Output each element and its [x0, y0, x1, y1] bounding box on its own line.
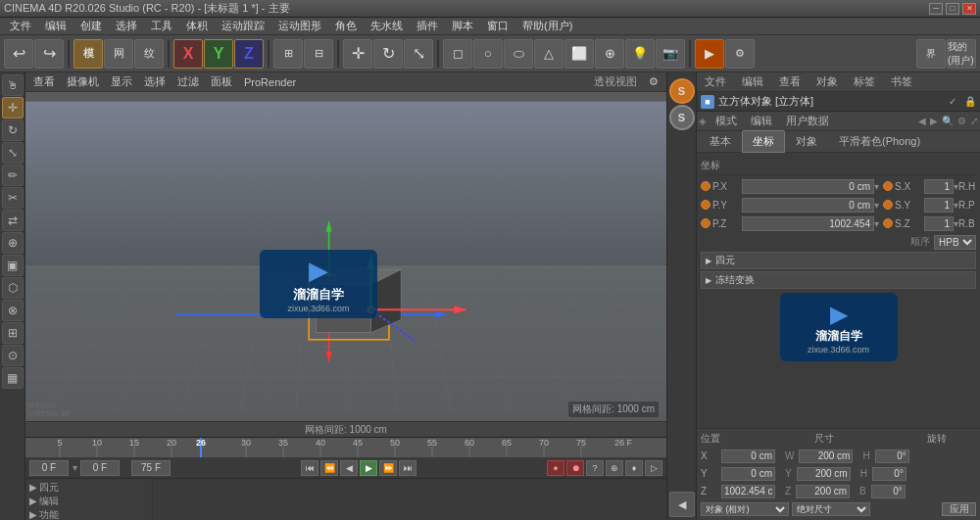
step-forward-button[interactable]: ⏩	[379, 460, 397, 476]
coord-type-select[interactable]: 绝对尺寸	[792, 502, 870, 516]
axis-tool[interactable]: ⊙	[2, 345, 24, 366]
maximize-button[interactable]: □	[946, 3, 959, 15]
render-button[interactable]: ▶	[695, 39, 724, 69]
step-back-button[interactable]: ⏪	[320, 460, 338, 476]
rt-s-button1[interactable]: S	[669, 78, 695, 104]
knife-tool[interactable]: ✂	[2, 187, 24, 209]
record-button[interactable]: ●	[547, 460, 564, 476]
tab-coord[interactable]: 坐标	[742, 130, 785, 153]
render-settings-button[interactable]: ⚙	[725, 39, 755, 69]
auto-key-button[interactable]: ⏺	[566, 460, 584, 476]
menu-volume[interactable]: 体积	[180, 18, 214, 34]
cylinder-button[interactable]: ⬭	[504, 39, 533, 69]
props-gear[interactable]: ⚙	[957, 116, 966, 126]
vp-filter-btn[interactable]: 过滤	[173, 74, 203, 89]
menu-edit[interactable]: 编辑	[39, 18, 73, 34]
vp-settings-btn[interactable]: ⚙	[645, 75, 662, 88]
tab-basic[interactable]: 基本	[699, 130, 742, 153]
about-button[interactable]: 我的(用户)	[947, 39, 976, 69]
world-coord-button[interactable]: ⊞	[273, 39, 303, 69]
frame-start-field[interactable]	[29, 460, 69, 476]
bx-pos-field[interactable]	[721, 449, 775, 463]
play-back-button[interactable]: ◀	[340, 460, 358, 476]
menu-help[interactable]: 帮助(用户)	[516, 18, 578, 34]
menu-xpresso[interactable]: 先水线	[365, 18, 409, 34]
current-frame-field[interactable]	[80, 460, 120, 476]
sphere-button[interactable]: ○	[473, 39, 503, 69]
loop-select-tool[interactable]: ⬡	[2, 277, 24, 299]
userdata-tab[interactable]: 用户数据	[781, 111, 834, 131]
ptab-edit[interactable]: 编辑	[738, 72, 767, 91]
py-field[interactable]	[742, 198, 874, 213]
undo-button[interactable]: ↩	[4, 39, 33, 69]
mixer-button[interactable]: ♦	[625, 460, 643, 476]
menu-mograph[interactable]: 运动跟踪	[216, 18, 270, 34]
minimize-button[interactable]: ─	[929, 3, 943, 15]
z-axis-button[interactable]: Z	[234, 39, 264, 69]
tab-object[interactable]: 对象	[785, 130, 828, 153]
scale-tool[interactable]: ⤡	[2, 142, 24, 164]
props-expand[interactable]: ⤢	[970, 116, 978, 126]
bz-size-field[interactable]	[796, 485, 850, 498]
light-button[interactable]: 💡	[625, 39, 655, 69]
preview-button[interactable]: ▷	[645, 460, 662, 476]
paint-tool[interactable]: ✏	[2, 165, 24, 186]
menu-character[interactable]: 角色	[329, 18, 363, 34]
mode-tab[interactable]: 模式	[710, 111, 742, 131]
props-search[interactable]: 🔍	[942, 116, 954, 126]
menu-window[interactable]: 窗口	[481, 18, 514, 34]
move-tool[interactable]: ✛	[2, 97, 24, 118]
ptab-bookmark[interactable]: 书签	[887, 72, 916, 91]
menu-file[interactable]: 文件	[4, 18, 37, 34]
key-add-button[interactable]: ?	[586, 460, 604, 476]
props-nav-left[interactable]: ◀	[918, 116, 926, 126]
mode-mesh-button[interactable]: 网	[104, 39, 133, 69]
bx-rot-field[interactable]	[875, 449, 909, 463]
extrude-tool[interactable]: ⊕	[2, 232, 24, 254]
ptab-object[interactable]: 对象	[812, 72, 842, 91]
move-button[interactable]: ✛	[343, 39, 372, 69]
menu-motion[interactable]: 运动图形	[272, 18, 327, 34]
by-rot-field[interactable]	[872, 467, 906, 481]
null-button[interactable]: ⊕	[595, 39, 624, 69]
apply-button[interactable]: 应用	[942, 502, 976, 516]
scale-button[interactable]: ⤡	[404, 39, 433, 69]
vp-view-btn[interactable]: 查看	[29, 74, 59, 89]
sy-field[interactable]	[924, 198, 954, 213]
menu-plugins[interactable]: 插件	[411, 18, 444, 34]
mode-texture-button[interactable]: 纹	[134, 39, 164, 69]
bz-pos-field[interactable]	[721, 485, 775, 498]
select-tool[interactable]: 🖱	[2, 74, 24, 96]
freeze-header[interactable]: ▶ 冻结变换	[702, 272, 975, 288]
rot-order-select[interactable]: HPB	[934, 235, 976, 250]
snap-tool[interactable]: ⊞	[2, 322, 24, 344]
bx-size-field[interactable]	[799, 449, 853, 463]
sz-field[interactable]	[924, 216, 954, 231]
cone-button[interactable]: △	[534, 39, 564, 69]
vp-camera-btn[interactable]: 摄像机	[63, 74, 103, 89]
bz-rot-field[interactable]	[871, 485, 906, 498]
magnet-tool[interactable]: ⊗	[2, 300, 24, 321]
by-size-field[interactable]	[797, 467, 851, 481]
redo-button[interactable]: ↪	[34, 39, 64, 69]
sx-field[interactable]	[924, 179, 954, 194]
box-select-tool[interactable]: ▣	[2, 255, 24, 276]
mode-model-button[interactable]: 模	[74, 39, 103, 69]
ptab-view[interactable]: 查看	[775, 72, 805, 91]
rt-arrow-button[interactable]: ◀	[669, 492, 695, 517]
object-coord-button[interactable]: ⊟	[304, 39, 333, 69]
interface-button[interactable]: 界	[916, 39, 946, 69]
menu-create[interactable]: 创建	[74, 18, 108, 34]
pz-field[interactable]	[742, 216, 874, 231]
menu-tools[interactable]: 工具	[145, 18, 178, 34]
ptab-file[interactable]: 文件	[701, 72, 730, 91]
bridge-tool[interactable]: ⇄	[2, 210, 24, 231]
play-button[interactable]: ▶	[360, 460, 377, 476]
camera-button[interactable]: 📷	[656, 39, 685, 69]
x-axis-button[interactable]: X	[173, 39, 203, 69]
quaternion-header[interactable]: ▶ 四元	[702, 253, 975, 268]
edit-tab[interactable]: 编辑	[746, 111, 777, 131]
vp-select-btn[interactable]: 选择	[140, 74, 170, 89]
y-axis-button[interactable]: Y	[204, 39, 233, 69]
vp-prorender-btn[interactable]: ProRender	[240, 76, 300, 88]
